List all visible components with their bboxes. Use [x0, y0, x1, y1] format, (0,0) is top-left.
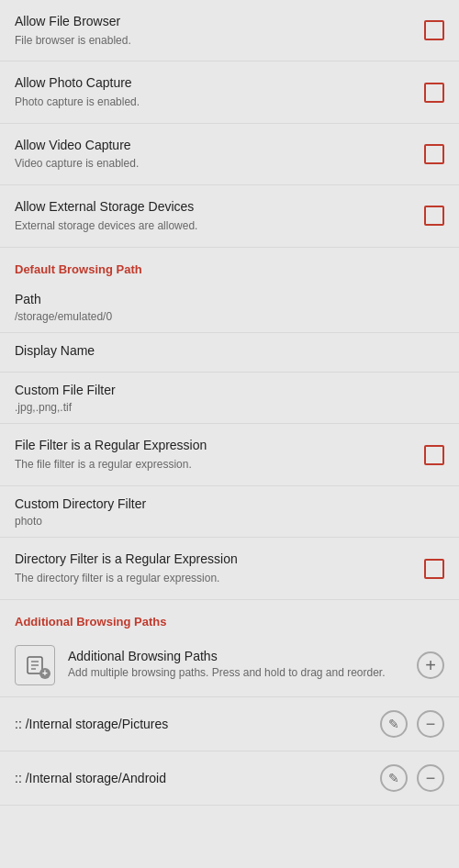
- minus-icon: −: [426, 716, 436, 732]
- path-entry-android-label: :: /Internal storage/Android: [15, 771, 380, 785]
- path-entry-pictures-row: :: /Internal storage/Pictures ✎ −: [0, 697, 459, 751]
- allow-video-capture-text: Allow Video Capture Video capture is ena…: [15, 137, 424, 172]
- allow-external-storage-row: Allow External Storage Devices External …: [0, 185, 459, 247]
- allow-file-browser-title: Allow File Browser: [15, 13, 413, 31]
- path-field-label: Path: [15, 291, 444, 309]
- custom-dir-filter-label: Custom Directory Filter: [15, 495, 444, 514]
- file-filter-regex-row: File Filter is a Regular Expression The …: [0, 424, 459, 485]
- allow-file-browser-text: Allow File Browser File browser is enabl…: [15, 13, 424, 48]
- allow-file-browser-checkbox[interactable]: [424, 20, 444, 40]
- display-name-field-row: Display Name: [0, 333, 459, 373]
- edit-pictures-path-button[interactable]: ✎: [380, 710, 408, 738]
- dir-filter-regex-row: Directory Filter is a Regular Expression…: [0, 538, 459, 599]
- custom-file-filter-label: Custom File Filter: [15, 382, 444, 400]
- minus-icon: −: [426, 770, 436, 786]
- file-filter-regex-checkbox[interactable]: [424, 445, 444, 465]
- dir-filter-regex-checkbox[interactable]: [424, 559, 444, 579]
- allow-photo-capture-text: Allow Photo Capture Photo capture is ena…: [15, 74, 424, 109]
- path-field-row: Path /storage/emulated/0: [0, 282, 459, 334]
- dir-filter-regex-title: Directory Filter is a Regular Expression: [15, 551, 413, 569]
- allow-external-storage-checkbox[interactable]: [424, 206, 444, 226]
- path-field-value: /storage/emulated/0: [15, 310, 444, 323]
- pencil-icon: ✎: [388, 771, 399, 785]
- allow-external-storage-text: Allow External Storage Devices External …: [15, 198, 424, 233]
- default-browsing-path-header: Default Browsing Path: [0, 248, 459, 282]
- pencil-icon: ✎: [388, 717, 399, 731]
- allow-photo-capture-subtitle: Photo capture is enabled.: [15, 95, 413, 110]
- allow-video-capture-title: Allow Video Capture: [15, 137, 413, 155]
- file-filter-regex-title: File Filter is a Regular Expression: [15, 437, 413, 455]
- display-name-field-label: Display Name: [15, 342, 444, 361]
- path-entry-pictures-label: :: /Internal storage/Pictures: [15, 717, 380, 731]
- allow-photo-capture-row: Allow Photo Capture Photo capture is ena…: [0, 61, 459, 123]
- additional-browsing-paths-header: Additional Browsing Paths: [0, 600, 459, 634]
- allow-photo-capture-checkbox[interactable]: [424, 83, 444, 103]
- file-filter-regex-text: File Filter is a Regular Expression The …: [15, 437, 424, 472]
- remove-pictures-path-button[interactable]: −: [417, 710, 444, 738]
- add-browsing-path-row: + Additional Browsing Paths Add multiple…: [0, 634, 459, 697]
- allow-external-storage-title: Allow External Storage Devices: [15, 198, 413, 217]
- add-path-subtitle: Add multiple browsing paths. Press and h…: [68, 665, 417, 681]
- allow-video-capture-checkbox[interactable]: [424, 144, 444, 164]
- edit-android-path-button[interactable]: ✎: [380, 764, 408, 792]
- add-path-title: Additional Browsing Paths: [68, 649, 417, 663]
- custom-file-filter-field-row: Custom File Filter .jpg,.png,.tif: [0, 373, 459, 425]
- custom-dir-filter-field-row: Custom Directory Filter photo: [0, 486, 459, 539]
- allow-file-browser-row: Allow File Browser File browser is enabl…: [0, 0, 459, 61]
- add-path-icon-box: +: [15, 645, 55, 685]
- path-entry-android-row: :: /Internal storage/Android ✎ −: [0, 751, 459, 806]
- path-entry-pictures-actions: ✎ −: [380, 710, 444, 738]
- add-icon-plus-badge: +: [39, 668, 50, 679]
- path-entry-android-actions: ✎ −: [380, 764, 444, 792]
- custom-dir-filter-value: photo: [15, 515, 444, 528]
- custom-file-filter-value: .jpg,.png,.tif: [15, 401, 444, 414]
- dir-filter-regex-text: Directory Filter is a Regular Expression…: [15, 551, 424, 585]
- add-path-text: Additional Browsing Paths Add multiple b…: [68, 649, 417, 681]
- allow-video-capture-row: Allow Video Capture Video capture is ena…: [0, 124, 459, 185]
- allow-photo-capture-title: Allow Photo Capture: [15, 74, 413, 93]
- allow-file-browser-subtitle: File browser is enabled.: [15, 33, 413, 49]
- add-path-plus-button[interactable]: +: [417, 651, 444, 679]
- file-filter-regex-subtitle: The file filter is a regular expression.: [15, 457, 413, 473]
- dir-filter-regex-subtitle: The directory filter is a regular expres…: [15, 571, 413, 586]
- remove-android-path-button[interactable]: −: [417, 764, 444, 792]
- allow-video-capture-subtitle: Video capture is enabled.: [15, 156, 413, 172]
- allow-external-storage-subtitle: External storage devices are allowed.: [15, 218, 413, 234]
- settings-list: Allow File Browser File browser is enabl…: [0, 0, 459, 806]
